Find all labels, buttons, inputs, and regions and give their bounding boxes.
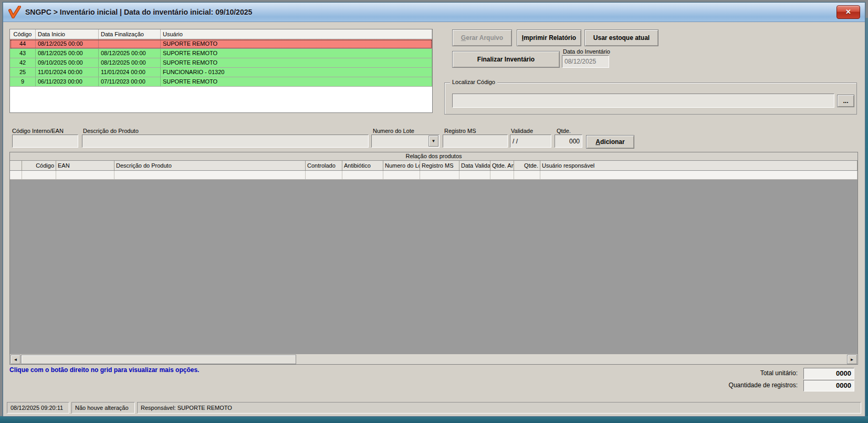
empty-product-row (10, 171, 857, 180)
qtde-input[interactable] (555, 135, 582, 148)
products-grid[interactable]: Relação dos produtos Código EAN Descriçã… (9, 152, 858, 365)
cell-data-inicio: 08/12/2025 00:00 (36, 39, 99, 48)
imprimir-relatorio-label: Imprimir Relatório (522, 34, 576, 42)
status-message: Não houve alteração (71, 402, 135, 414)
adicionar-label: Adicionar (595, 138, 624, 146)
total-unitario-field: 0000 (803, 368, 854, 379)
empty-cell (540, 171, 857, 179)
total-unitario-label: Total unitário: (684, 369, 798, 377)
inventory-row[interactable]: 9 06/11/2023 00:00 07/11/2023 00:00 SUPO… (10, 77, 432, 87)
cell-data-inicio: 09/10/2025 00:00 (36, 58, 99, 67)
empty-cell (383, 171, 420, 179)
descricao-produto-input[interactable] (82, 135, 369, 148)
empty-cell (306, 171, 342, 179)
inventory-row[interactable]: 42 09/10/2025 00:00 08/12/2025 00:00 SUP… (10, 58, 432, 68)
inventory-list-grid: Código Data Inicio Data Finalização Usuá… (9, 29, 433, 113)
empty-cell (342, 171, 383, 179)
status-responsavel: Responsável: SUPORTE REMOTO (137, 402, 861, 414)
cell-data-finalizacao: 11/01/2024 00:00 (99, 68, 161, 77)
registro-ms-input[interactable] (443, 135, 508, 148)
cell-usuario: SUPORTE REMOTO (161, 77, 432, 86)
scroll-right-icon[interactable]: ► (847, 355, 857, 364)
usar-estoque-atual-label: Usar estoque atual (593, 34, 650, 42)
cell-usuario: FUNCIONARIO - 01320 (161, 68, 432, 77)
cell-codigo: 25 (10, 68, 36, 77)
numero-lote-select[interactable]: ▼ (371, 135, 440, 148)
products-grid-title: Relação dos produtos (10, 152, 857, 161)
cell-codigo: 9 (10, 77, 36, 86)
adicionar-button[interactable]: Adicionar (586, 135, 634, 149)
cell-usuario: SUPORTE REMOTO (161, 49, 432, 58)
cell-data-finalizacao (99, 39, 161, 48)
column-header-codigo: Código (10, 29, 36, 39)
products-grid-header: Código EAN Descrição do Produto Controla… (10, 161, 857, 171)
numero-lote-label: Numero do Lote (373, 128, 414, 134)
inventory-row[interactable]: 43 08/12/2025 00:00 08/12/2025 00:00 SUP… (10, 49, 432, 58)
inventory-row[interactable]: 25 11/01/2024 00:00 11/01/2024 00:00 FUN… (10, 68, 432, 77)
empty-cell (420, 171, 459, 179)
empty-cell (459, 171, 490, 179)
registro-ms-label: Registro MS (444, 128, 476, 134)
empty-cell (22, 171, 56, 179)
inventory-grid-header: Código Data Inicio Data Finalização Usuá… (10, 29, 432, 39)
empty-cell (56, 171, 114, 179)
scroll-left-icon[interactable]: ◄ (11, 355, 20, 364)
codigo-ean-input[interactable] (12, 135, 78, 148)
descricao-produto-label: Descrição do Produto (83, 128, 139, 134)
data-inventario-field[interactable] (562, 55, 609, 68)
cell-data-finalizacao: 07/11/2023 00:00 (99, 77, 161, 86)
validade-label: Validade (511, 128, 533, 134)
column-header: Controlado (306, 161, 342, 170)
scrollbar-thumb[interactable] (21, 355, 296, 364)
window-title: SNGPC > Inventário inicial | Data do inv… (25, 3, 252, 22)
codigo-ean-label: Código Interno/EAN (12, 128, 64, 134)
quantidade-registros-field: 0000 (803, 380, 854, 391)
localizar-codigo-input[interactable] (452, 94, 834, 108)
cell-codigo: 44 (10, 39, 36, 48)
title-bar[interactable]: SNGPC > Inventário inicial | Data do inv… (3, 3, 865, 22)
cell-data-inicio: 11/01/2024 00:00 (36, 68, 99, 77)
column-header: Data Validade (459, 161, 490, 170)
validade-input[interactable] (510, 135, 551, 148)
cell-data-finalizacao: 08/12/2025 00:00 (99, 58, 161, 67)
column-header: Código (22, 161, 56, 170)
localizar-codigo-legend: Localizar Código (450, 79, 497, 85)
column-header: Descrição do Produto (114, 161, 306, 170)
quantidade-registros-label: Quantidade de registros: (684, 381, 798, 389)
gerar-arquivo-label: Gerar Arquivo (461, 34, 503, 42)
usar-estoque-atual-button[interactable]: Usar estoque atual (584, 29, 658, 46)
grid-hint-text: Clique com o botão direito no grid para … (9, 366, 199, 374)
browse-label: ... (843, 97, 848, 105)
chevron-down-icon[interactable]: ▼ (428, 136, 438, 147)
gerar-arquivo-button[interactable]: Gerar Arquivo (452, 29, 512, 46)
app-logo-icon (8, 6, 21, 18)
finalizar-inventario-label: Finalizar Inventário (477, 56, 535, 63)
horizontal-scrollbar[interactable]: ◄ ► (10, 354, 857, 364)
cell-data-inicio: 08/12/2025 00:00 (36, 49, 99, 58)
column-header: Antibiótico (342, 161, 383, 170)
cell-codigo: 42 (10, 58, 36, 67)
products-grid-empty-area (10, 180, 857, 354)
empty-cell (490, 171, 514, 179)
data-inventario-label: Data do Inventário (563, 48, 610, 55)
cell-usuario: SUPORTE REMOTO (161, 39, 432, 48)
column-header-data-finalizacao: Data Finalização (99, 29, 161, 39)
cell-usuario: SUPORTE REMOTO (161, 58, 432, 67)
column-header: EAN (56, 161, 114, 170)
column-header-usuario: Usuário (161, 29, 432, 39)
finalizar-inventario-button[interactable]: Finalizar Inventário (452, 51, 560, 68)
desktop-edge (0, 416, 868, 423)
empty-cell (114, 171, 306, 179)
localizar-codigo-group: Localizar Código ... (444, 82, 857, 115)
cell-data-finalizacao: 08/12/2025 00:00 (99, 49, 161, 58)
inventory-row[interactable]: 44 08/12/2025 00:00 SUPORTE REMOTO (10, 39, 432, 49)
close-icon[interactable]: ✕ (836, 5, 860, 19)
sngpc-window: SNGPC > Inventário inicial | Data do inv… (3, 2, 865, 417)
column-header: Usuário responsável (540, 161, 857, 170)
browse-ellipsis-icon[interactable]: ... (837, 95, 854, 107)
cell-data-inicio: 06/11/2023 00:00 (36, 77, 99, 86)
status-datetime: 08/12/2025 09:20:11 (7, 402, 69, 414)
status-bar: 08/12/2025 09:20:11 Não houve alteração … (5, 402, 863, 414)
column-header-data-inicio: Data Inicio (36, 29, 99, 39)
imprimir-relatorio-button[interactable]: Imprimir Relatório (517, 29, 581, 46)
